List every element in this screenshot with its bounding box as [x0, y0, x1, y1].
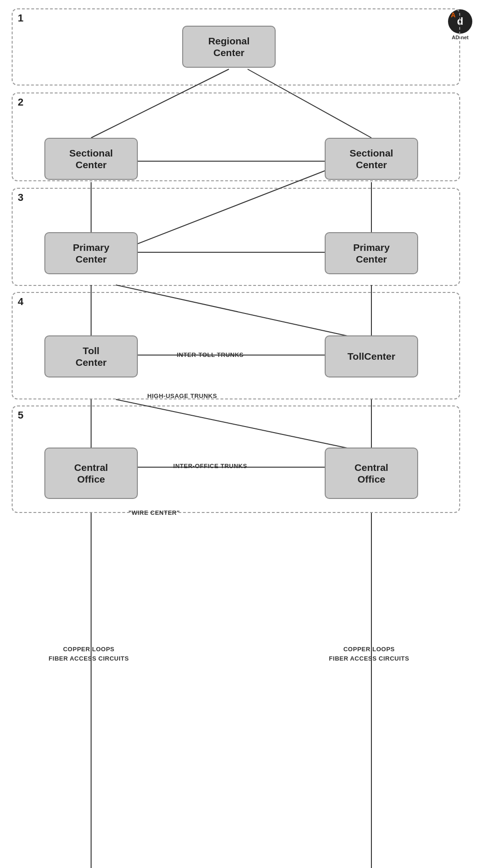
node-toll-left: Toll Center	[44, 335, 138, 377]
node-central-right-label: Central Office	[355, 462, 388, 485]
node-toll-left-label: Toll Center	[76, 345, 107, 368]
section-2-num: 2	[18, 96, 23, 108]
label-copper-right: COPPER LOOPS FIBER ACCESS CIRCUITS	[308, 645, 430, 663]
section-5-num: 5	[18, 409, 23, 421]
node-toll-right-label: TollCenter	[348, 350, 395, 362]
node-toll-right: TollCenter	[325, 335, 418, 377]
label-wire-center: "WIRE CENTER"	[103, 509, 206, 516]
section-1-num: 1	[18, 12, 23, 24]
section-3-num: 3	[18, 192, 23, 204]
node-regional: Regional Center	[182, 26, 276, 68]
node-sectional-right-label: Sectional Center	[349, 147, 393, 171]
node-central-left: Central Office	[44, 448, 138, 499]
node-sectional-right: Sectional Center	[325, 138, 418, 180]
node-primary-left: Primary Center	[44, 232, 138, 274]
node-central-left-label: Central Office	[74, 462, 108, 485]
label-inter-toll: INTER-TOLL TRUNKS	[149, 351, 271, 358]
label-inter-office: INTER-OFFICE TRUNKS	[149, 462, 271, 470]
node-sectional-left: Sectional Center	[44, 138, 138, 180]
page-container: A d AD-net 1 2 3 4 5	[0, 0, 491, 868]
node-primary-right-label: Primary Center	[353, 242, 390, 265]
node-sectional-left-label: Sectional Center	[69, 147, 113, 171]
node-primary-left-label: Primary Center	[73, 242, 109, 265]
label-high-usage: HIGH-USAGE TRUNKS	[121, 392, 243, 399]
node-primary-right: Primary Center	[325, 232, 418, 274]
label-copper-left: COPPER LOOPS FIBER ACCESS CIRCUITS	[28, 645, 149, 663]
node-central-right: Central Office	[325, 448, 418, 499]
node-regional-label: Regional Center	[208, 35, 250, 58]
section-4-num: 4	[18, 296, 23, 308]
